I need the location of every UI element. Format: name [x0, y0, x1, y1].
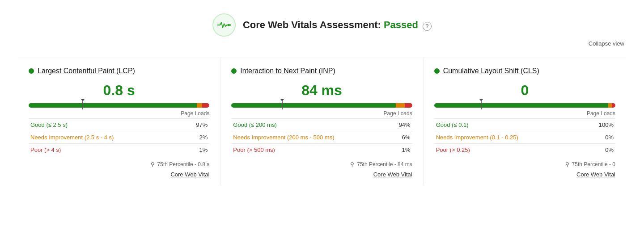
percentile-footer-inp: ⚲75th Percentile - 84 ms — [231, 161, 412, 167]
page-header: Core Web Vitals Assessment: Passed ? — [18, 9, 626, 37]
table-row: Needs Improvement (200 ms - 500 ms)6% — [231, 131, 412, 144]
vital-card-cls: Cumulative Layout Shift (CLS) 0Page Load… — [424, 58, 626, 185]
stats-table-cls: Good (≤ 0.1)100%Needs Improvement (0.1 -… — [434, 118, 615, 156]
metric-title-inp[interactable]: Interaction to Next Paint (INP) — [240, 67, 335, 75]
percentile-footer-lcp: ⚲75th Percentile - 0.8 s — [29, 161, 209, 167]
table-row: Poor (> 4 s)1% — [29, 144, 209, 156]
collapse-view-button[interactable]: Collapse view — [18, 40, 626, 47]
stat-label-inp-1: Needs Improvement (200 ms - 500 ms) — [231, 131, 389, 144]
table-row: Needs Improvement (0.1 - 0.25)0% — [434, 131, 615, 144]
stat-value-inp-2: 1% — [389, 144, 412, 156]
stat-label-cls-2: Poor (> 0.25) — [434, 144, 584, 156]
bar-needs-improvement — [396, 103, 405, 108]
bar-needs-improvement — [197, 103, 202, 108]
bar-good — [29, 103, 197, 108]
core-web-vital-link-inp[interactable]: Core Web Vital — [231, 171, 412, 178]
needle-lcp — [82, 101, 83, 109]
metric-title-lcp[interactable]: Largest Contentful Paint (LCP) — [38, 67, 135, 75]
bar-good — [231, 103, 396, 108]
stat-label-lcp-0: Good (≤ 2.5 s) — [29, 119, 182, 131]
stat-label-cls-1: Needs Improvement (0.1 - 0.25) — [434, 131, 584, 144]
stat-label-lcp-1: Needs Improvement (2.5 s - 4 s) — [29, 131, 182, 144]
status-dot-cls — [434, 68, 440, 74]
metric-value-cls: 0 — [434, 82, 615, 99]
bar-good — [434, 103, 608, 108]
stat-value-lcp-1: 2% — [182, 131, 209, 144]
bar-poor — [612, 103, 615, 108]
percentile-text-lcp: 75th Percentile - 0.8 s — [157, 161, 210, 167]
stat-label-lcp-2: Poor (> 4 s) — [29, 144, 182, 156]
vital-card-lcp: Largest Contentful Paint (LCP) 0.8 sPage… — [18, 58, 220, 185]
card-title-cls: Cumulative Layout Shift (CLS) — [434, 67, 615, 75]
core-web-vital-link-cls[interactable]: Core Web Vital — [434, 171, 615, 178]
table-row: Good (≤ 2.5 s)97% — [29, 119, 209, 131]
vitals-icon — [212, 13, 236, 37]
card-title-inp: Interaction to Next Paint (INP) — [231, 67, 412, 75]
table-row: Good (≤ 200 ms)94% — [231, 119, 412, 131]
metric-title-cls[interactable]: Cumulative Layout Shift (CLS) — [443, 67, 539, 75]
table-row: Good (≤ 0.1)100% — [434, 119, 615, 131]
help-icon[interactable]: ? — [423, 22, 432, 31]
metric-value-lcp: 0.8 s — [29, 82, 209, 99]
needle-cls — [481, 101, 482, 109]
stat-label-cls-0: Good (≤ 0.1) — [434, 119, 584, 131]
stat-value-cls-2: 0% — [583, 144, 615, 156]
assessment-title: Core Web Vitals Assessment: Passed ? — [243, 19, 432, 31]
progress-bar-lcp — [29, 103, 209, 108]
stats-table-lcp: Good (≤ 2.5 s)97%Needs Improvement (2.5 … — [29, 118, 209, 156]
page-loads-label-lcp: Page Loads — [29, 110, 209, 117]
metric-value-inp: 84 ms — [231, 82, 412, 99]
core-web-vital-link-lcp[interactable]: Core Web Vital — [29, 171, 209, 178]
percentile-footer-cls: ⚲75th Percentile - 0 — [434, 161, 615, 167]
stat-label-inp-2: Poor (> 500 ms) — [231, 144, 389, 156]
table-row: Needs Improvement (2.5 s - 4 s)2% — [29, 131, 209, 144]
stat-value-lcp-0: 97% — [182, 119, 209, 131]
percentile-text-cls: 75th Percentile - 0 — [572, 161, 615, 167]
status-dot-lcp — [29, 68, 34, 74]
vitals-grid: Largest Contentful Paint (LCP) 0.8 sPage… — [18, 58, 626, 185]
status-dot-inp — [231, 68, 237, 74]
table-row: Poor (> 500 ms)1% — [231, 144, 412, 156]
card-title-lcp: Largest Contentful Paint (LCP) — [29, 67, 209, 75]
bar-poor — [405, 103, 412, 108]
percentile-icon-inp: ⚲ — [350, 161, 354, 167]
stat-value-inp-1: 6% — [389, 131, 412, 144]
progress-bar-cls — [434, 103, 615, 108]
table-row: Poor (> 0.25)0% — [434, 144, 615, 156]
needle-inp — [282, 101, 283, 109]
page-loads-label-inp: Page Loads — [231, 110, 412, 117]
stat-label-inp-0: Good (≤ 200 ms) — [231, 119, 389, 131]
percentile-icon-cls: ⚲ — [565, 161, 569, 167]
percentile-icon-lcp: ⚲ — [151, 161, 155, 167]
page-loads-label-cls: Page Loads — [434, 110, 615, 117]
stat-value-inp-0: 94% — [389, 119, 412, 131]
stats-table-inp: Good (≤ 200 ms)94%Needs Improvement (200… — [231, 118, 412, 156]
progress-bar-inp — [231, 103, 412, 108]
vital-card-inp: Interaction to Next Paint (INP) 84 msPag… — [220, 58, 423, 185]
stat-value-lcp-2: 1% — [182, 144, 209, 156]
percentile-text-inp: 75th Percentile - 84 ms — [357, 161, 412, 167]
stat-value-cls-1: 0% — [583, 131, 615, 144]
stat-value-cls-0: 100% — [583, 119, 615, 131]
bar-poor — [202, 103, 209, 108]
bar-needs-improvement — [608, 103, 612, 108]
